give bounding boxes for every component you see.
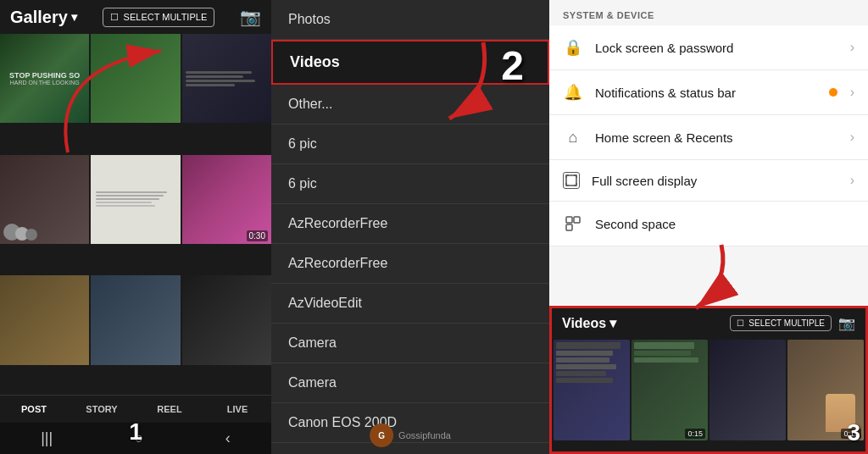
gallery-cell-6[interactable]: 0:30 (182, 155, 271, 244)
videos-select-icon: ☐ (737, 318, 744, 328)
video-duration-6: 0:30 (247, 230, 268, 241)
nav-tab-live[interactable]: LIVE (203, 401, 271, 418)
gallery-cell-2[interactable] (91, 34, 180, 123)
menu-item-photos[interactable]: Photos (271, 0, 549, 40)
notifications-icon: 🔔 (563, 82, 583, 102)
section3-settings: SYSTEM & DEVICE 🔒 Lock screen & password… (549, 0, 868, 454)
menu-item-azrecorder-1-label: AzRecorderFree (288, 216, 387, 230)
settings-item-second-space[interactable]: Second space (549, 202, 868, 246)
video-cell-2[interactable]: 0:15 (632, 340, 708, 440)
home-screen-icon: ⌂ (563, 127, 583, 147)
step-number-2: 2 (501, 42, 524, 89)
videos-camera-button[interactable]: 📷 (838, 315, 855, 331)
lock-screen-text: Lock screen & password (595, 41, 850, 55)
menu-item-6pic-2[interactable]: 6 pic (271, 164, 549, 204)
gallery-cell-3[interactable] (182, 34, 271, 123)
section1-gallery: Gallery ▾ ☐ SELECT MULTIPLE 📷 STOP PUSHI… (0, 0, 271, 454)
menu-item-camera-1-label: Camera (288, 335, 337, 350)
gallery-cell-8[interactable] (91, 275, 180, 364)
menu-item-videos-label: Videos (290, 53, 340, 70)
videos-panel-title: Videos ▾ (562, 315, 616, 331)
videos-grid: 0:15 0:19 (552, 338, 865, 442)
videos-select-label: SELECT MULTIPLE (748, 318, 825, 328)
step-number-3: 3 (847, 419, 860, 446)
notification-dot (829, 88, 837, 97)
bottom-panel-videos: Videos ▾ ☐ SELECT MULTIPLE 📷 (549, 306, 868, 454)
gallery-header: Gallery ▾ ☐ SELECT MULTIPLE 📷 (0, 0, 271, 34)
videos-title-text: Videos (562, 316, 606, 331)
fullscreen-svg-icon (565, 174, 577, 186)
menu-item-azvideoedit-label: AzVideoEdit (288, 296, 362, 310)
gallery-cell-5[interactable] (91, 155, 180, 244)
videos-title-chevron: ▾ (609, 315, 616, 331)
fullscreen-chevron-icon: › (850, 173, 854, 188)
settings-item-notifications[interactable]: 🔔 Notifications & status bar › (549, 70, 868, 115)
home-screen-text: Home screen & Recents (595, 130, 850, 145)
home-screen-chevron-icon: › (850, 130, 854, 145)
gallery-cell-4[interactable] (0, 155, 89, 244)
menu-item-photos-label: Photos (288, 12, 331, 26)
svg-rect-2 (566, 175, 576, 185)
select-icon: ☐ (110, 12, 119, 23)
menu-item-camera-2[interactable]: Camera (271, 363, 549, 403)
watermark-text: Gossipfunda (398, 430, 451, 440)
menu-item-camera-2-label: Camera (288, 375, 337, 390)
menu-item-azrecorder-2[interactable]: AzRecorderFree (271, 244, 549, 284)
menu-item-azrecorder-1[interactable]: AzRecorderFree (271, 204, 549, 244)
gallery-grid: STOP PUSHING SO HARD ON THE LOOKING (0, 34, 271, 395)
menu-item-azrecorder-2-label: AzRecorderFree (288, 256, 387, 270)
step-number-1: 1 (129, 418, 142, 446)
section2-dropdown: Photos Videos Other... 6 pic 6 pic AzRec… (271, 0, 549, 454)
svg-rect-3 (566, 217, 572, 223)
watermark-logo: G (370, 424, 393, 447)
lock-screen-chevron-icon: › (850, 40, 854, 55)
gallery-cell-7[interactable] (0, 275, 89, 364)
video-cell-3[interactable] (709, 340, 786, 440)
gallery-title: Gallery ▾ (10, 8, 77, 27)
notifications-text: Notifications & status bar (595, 86, 850, 100)
gallery-cell-9[interactable] (182, 275, 271, 364)
video-duration-cell-2: 0:15 (685, 429, 705, 439)
bottom-panel-header: Videos ▾ ☐ SELECT MULTIPLE 📷 (552, 308, 865, 338)
menu-item-6pic-2-label: 6 pic (288, 176, 317, 191)
menu-item-6pic-1-label: 6 pic (288, 136, 317, 151)
second-space-text: Second space (595, 217, 854, 231)
nav-tab-post[interactable]: POST (0, 401, 68, 418)
gallery-cell-1[interactable]: STOP PUSHING SO HARD ON THE LOOKING (0, 34, 89, 123)
videos-select-multiple-button[interactable]: ☐ SELECT MULTIPLE (730, 315, 832, 331)
watermark: G Gossipfunda (370, 424, 451, 447)
settings-section-label: SYSTEM & DEVICE (549, 0, 868, 25)
second-space-svg-icon (565, 215, 581, 232)
menu-item-6pic-1[interactable]: 6 pic (271, 125, 549, 164)
lock-screen-icon: 🔒 (563, 37, 583, 58)
menu-item-azvideoedit[interactable]: AzVideoEdit (271, 284, 549, 324)
settings-item-lock-screen[interactable]: 🔒 Lock screen & password › (549, 25, 868, 70)
settings-item-fullscreen[interactable]: Full screen display › (549, 160, 868, 202)
red-arrow-3 (654, 241, 738, 317)
menu-item-camera-1[interactable]: Camera (271, 324, 549, 363)
svg-rect-4 (574, 217, 580, 223)
android-nav-recent[interactable]: ||| (41, 429, 53, 447)
select-multiple-button[interactable]: ☐ SELECT MULTIPLE (103, 8, 215, 27)
settings-item-home-screen[interactable]: ⌂ Home screen & Recents › (549, 115, 868, 160)
fullscreen-icon (563, 172, 580, 189)
second-space-icon (563, 213, 583, 234)
menu-item-other-label: Other... (288, 97, 332, 111)
fullscreen-text: Full screen display (592, 174, 850, 188)
gallery-chevron: ▾ (71, 10, 77, 24)
camera-button[interactable]: 📷 (240, 7, 261, 27)
notifications-chevron-icon: › (850, 85, 854, 100)
select-multiple-label: SELECT MULTIPLE (124, 12, 208, 22)
video-cell-1[interactable] (554, 340, 630, 440)
nav-tab-story[interactable]: STORY (68, 401, 136, 418)
menu-item-other[interactable]: Other... (271, 85, 549, 125)
nav-tab-reel[interactable]: REEL (136, 401, 203, 418)
android-nav-back[interactable]: ‹ (225, 429, 231, 447)
gallery-title-text: Gallery (10, 8, 68, 27)
svg-rect-5 (566, 224, 572, 230)
